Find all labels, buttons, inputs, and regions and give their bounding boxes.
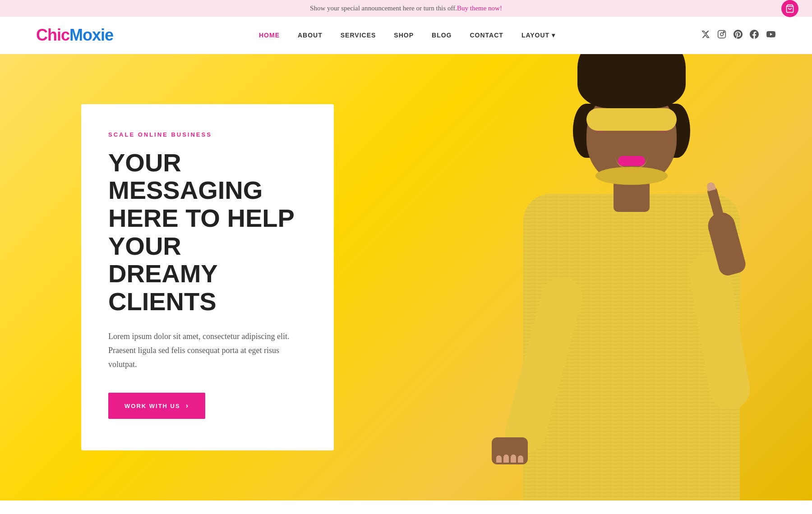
nav-item-services[interactable]: SERVICES	[341, 31, 376, 39]
nav-item-contact[interactable]: CONTACT	[470, 31, 503, 39]
nav-link-services[interactable]: SERVICES	[341, 32, 376, 39]
nav-link-layout[interactable]: LAYOUT ▾	[521, 32, 555, 39]
hero-heading-line1: YOUR MESSAGING	[108, 148, 263, 205]
woman-figure	[474, 63, 789, 500]
logo[interactable]: ChicMoxie	[36, 26, 113, 45]
hero-image	[284, 54, 812, 500]
announcement-link[interactable]: Buy theme now!	[457, 5, 502, 12]
hero-heading-line3: DREAMY CLIENTS	[108, 259, 217, 316]
nav-link-home[interactable]: HOME	[259, 32, 280, 39]
nav-link-blog[interactable]: BLOG	[432, 32, 452, 39]
facebook-icon[interactable]	[750, 30, 759, 41]
nail-4	[518, 455, 523, 463]
hero-description: Lorem ipsum dolor sit amet, consectetur …	[108, 330, 307, 371]
header: ChicMoxie HOME ABOUT SERVICES SHOP BLOG …	[0, 17, 812, 54]
cta-arrow-icon: ›	[186, 402, 189, 410]
hero-card: SCALE ONLINE BUSINESS YOUR MESSAGING HER…	[81, 104, 334, 450]
instagram-icon[interactable]	[717, 30, 726, 41]
nav-link-about[interactable]: ABOUT	[298, 32, 323, 39]
svg-point-2	[720, 32, 724, 36]
nav-item-blog[interactable]: BLOG	[432, 31, 452, 39]
cta-label: WORK WITH US	[125, 403, 180, 409]
nail-2	[503, 454, 509, 463]
youtube-icon[interactable]	[766, 30, 776, 41]
nail-3	[511, 454, 516, 463]
logo-moxie: Moxie	[69, 26, 113, 44]
pinterest-icon[interactable]	[734, 30, 743, 41]
svg-point-3	[723, 32, 724, 33]
announcement-bar: Show your special announcement here or t…	[0, 0, 812, 17]
hero-subtitle: SCALE ONLINE BUSINESS	[108, 131, 307, 138]
social-icons	[701, 30, 776, 41]
nail-1	[496, 455, 502, 463]
hand-left	[492, 437, 528, 464]
headband	[586, 108, 677, 131]
nav-link-shop[interactable]: SHOP	[394, 32, 414, 39]
logo-chic: Chic	[36, 26, 69, 44]
nav-item-shop[interactable]: SHOP	[394, 31, 414, 39]
hair-top	[577, 54, 686, 108]
nav-item-home[interactable]: HOME	[259, 31, 280, 39]
nails-row	[492, 437, 528, 464]
nav-item-about[interactable]: ABOUT	[298, 31, 323, 39]
cta-button[interactable]: WORK WITH US ›	[108, 393, 205, 419]
hero-heading: YOUR MESSAGING HERE TO HELP YOUR DREAMY …	[108, 149, 307, 316]
twitter-icon[interactable]	[701, 30, 710, 41]
nav-item-layout[interactable]: LAYOUT ▾	[521, 32, 555, 39]
nav-link-contact[interactable]: CONTACT	[470, 32, 503, 39]
main-nav: HOME ABOUT SERVICES SHOP BLOG CONTACT LA…	[259, 31, 555, 39]
cart-icon	[785, 4, 794, 13]
hero-heading-line2: HERE TO HELP YOUR	[108, 204, 294, 260]
announcement-text: Show your special announcement here or t…	[310, 5, 457, 12]
collar	[595, 167, 668, 185]
hero-section: SCALE ONLINE BUSINESS YOUR MESSAGING HER…	[0, 54, 812, 500]
cart-button[interactable]	[781, 0, 798, 17]
